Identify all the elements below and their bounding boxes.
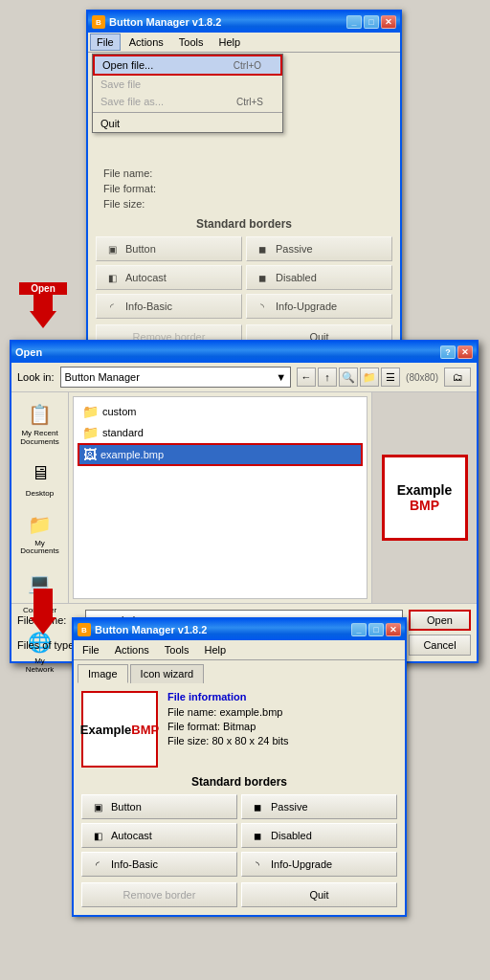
w2-menu-actions[interactable]: Actions <box>108 641 156 658</box>
image-preview: Example BMP <box>81 691 158 768</box>
btn-passive[interactable]: ◼ Passive <box>246 236 392 261</box>
w2-btn-info-basic[interactable]: ◜ Info-Basic <box>81 852 237 877</box>
file-info-heading: File information <box>167 691 397 702</box>
sidebar-desktop[interactable]: 🖥 Desktop <box>17 456 63 502</box>
folder-standard-label: standard <box>102 427 144 438</box>
window2-content: Example BMP File information File name: … <box>74 683 405 915</box>
sidebar-documents[interactable]: 📁 My Documents <box>17 506 63 562</box>
btn-button[interactable]: ▣ Button <box>96 236 242 261</box>
btn-info-basic[interactable]: ◜ Info-Basic <box>96 294 242 319</box>
file-name-label: File name: <box>103 167 152 179</box>
maximize-btn[interactable]: □ <box>364 15 379 29</box>
btn-disabled[interactable]: ◼ Disabled <box>246 265 392 290</box>
sidebar-recent[interactable]: 📋 My Recent Documents <box>17 396 63 452</box>
window2-title: Button Manager v1.8.2 <box>95 624 207 635</box>
w2-menu-file[interactable]: File <box>76 641 106 658</box>
arrow-head1 <box>30 311 56 328</box>
w2-btn-passive[interactable]: ◼ Passive <box>241 794 397 819</box>
menubar: File Actions Tools Help <box>88 33 400 53</box>
open-dialog-titlebar: Open ? ✕ <box>11 342 477 363</box>
cancel-btn[interactable]: Cancel <box>409 635 471 656</box>
open-dialog-title: Open <box>15 346 42 358</box>
w2-btn-button[interactable]: ▣ Button <box>81 794 237 819</box>
dialog-body: 📋 My Recent Documents 🖥 Desktop 📁 My Doc… <box>11 392 477 603</box>
w2-menu-help[interactable]: Help <box>198 641 234 658</box>
tab-icon-wizard[interactable]: Icon wizard <box>130 664 205 683</box>
window2: B Button Manager v1.8.2 _ □ ✕ File Actio… <box>72 617 407 917</box>
w2-info-upgrade-icon: ◝ <box>250 857 265 872</box>
preview-bmp: BMP <box>131 723 159 737</box>
menu-file[interactable]: File <box>90 33 121 51</box>
menu-quit[interactable]: Quit <box>93 115 282 132</box>
nav-search-btn[interactable]: 🔍 <box>339 368 358 387</box>
window2-titlebar: B Button Manager v1.8.2 _ □ ✕ <box>74 619 405 640</box>
window1-titlebar: B Button Manager v1.8.2 _ □ ✕ <box>88 11 400 33</box>
app-icon2: B <box>78 623 91 636</box>
w2-close-btn[interactable]: ✕ <box>386 623 401 636</box>
tab-image[interactable]: Image <box>78 664 128 683</box>
w2-disabled-icon: ◼ <box>250 828 265 843</box>
nav-back-btn[interactable]: ← <box>297 368 316 387</box>
file-example-bmp[interactable]: 🖼 example.bmp <box>78 443 363 466</box>
open-dialog: Open ? ✕ Look in: Button Manager ▼ ← ↑ 🔍… <box>10 340 479 663</box>
btn-info-upgrade[interactable]: ◝ Info-Upgrade <box>246 294 392 319</box>
close-btn[interactable]: ✕ <box>381 15 396 29</box>
menu-open-file[interactable]: Open file... Ctrl+O <box>93 55 282 76</box>
window2-menubar: File Actions Tools Help <box>74 640 405 660</box>
tab-bar: Image Icon wizard <box>74 660 405 683</box>
dialog-help-btn[interactable]: ? <box>440 345 456 359</box>
arrow-shaft2 <box>33 589 53 617</box>
nav-up-btn[interactable]: ↑ <box>318 368 337 387</box>
menu-tools[interactable]: Tools <box>172 33 211 51</box>
disabled-icon: ◼ <box>255 270 270 285</box>
filetype-label: Files of type: <box>17 639 79 651</box>
menu-actions[interactable]: Actions <box>122 33 170 51</box>
w2-btn-disabled[interactable]: ◼ Disabled <box>241 823 397 848</box>
dialog-preview: Example BMP <box>371 392 477 603</box>
w2-maximize-btn[interactable]: □ <box>368 623 384 636</box>
border-buttons-grid: ▣ Button ◼ Passive ◧ Autocast ◼ Disabled… <box>96 236 392 319</box>
size-info: (80x80) <box>406 372 438 383</box>
w2-btn-info-upgrade[interactable]: ◝ Info-Upgrade <box>241 852 397 877</box>
file-format-row: File format: Bitmap <box>167 721 397 732</box>
folder-standard[interactable]: 📁 standard <box>78 422 363 443</box>
w2-bottom-buttons: Remove border Quit <box>81 882 397 907</box>
file-name-row: File name: example.bmp <box>167 706 397 718</box>
look-in-combo[interactable]: Button Manager ▼ <box>60 367 292 388</box>
w2-btn-autocast[interactable]: ◧ Autocast <box>81 823 237 848</box>
btn-autocast[interactable]: ◧ Autocast <box>96 265 242 290</box>
menu-save-file-as: Save file as... Ctrl+S <box>93 93 282 110</box>
bmp-file-icon: 🖼 <box>83 447 97 462</box>
w2-menu-tools[interactable]: Tools <box>158 641 196 658</box>
info-upgrade-icon: ◝ <box>255 299 270 314</box>
folder-custom[interactable]: 📁 custom <box>78 401 363 422</box>
dialog-close-btn[interactable]: ✕ <box>457 345 473 359</box>
w2-border-buttons-grid: ▣ Button ◼ Passive ◧ Autocast ◼ Disabled… <box>81 794 397 877</box>
nav-extra-btn[interactable]: 🗂 <box>444 368 471 387</box>
w2-quit-btn[interactable]: Quit <box>241 882 397 907</box>
passive-icon: ◼ <box>255 241 270 256</box>
minimize-btn[interactable]: _ <box>346 15 362 29</box>
info-basic-icon: ◜ <box>104 299 120 314</box>
menu-separator <box>93 112 282 113</box>
dialog-toolbar: Look in: Button Manager ▼ ← ↑ 🔍 📁 ☰ (80x… <box>11 363 477 392</box>
file-menu-dropdown: Open file... Ctrl+O Save file Save file … <box>92 54 283 133</box>
menu-help[interactable]: Help <box>212 33 248 51</box>
open-btn[interactable]: Open <box>409 610 471 631</box>
w2-info-basic-icon: ◜ <box>90 857 105 872</box>
desktop-icon: 🖥 <box>27 460 54 487</box>
window1: B Button Manager v1.8.2 _ □ ✕ File Actio… <box>86 10 402 359</box>
nav-view-btn[interactable]: ☰ <box>381 368 400 387</box>
w2-remove-border-btn[interactable]: Remove border <box>81 882 237 907</box>
combo-arrow: ▼ <box>276 371 286 383</box>
nav-folder-btn[interactable]: 📁 <box>360 368 379 387</box>
format-label: File format: <box>103 183 156 194</box>
folder-standard-icon: 📁 <box>82 425 99 440</box>
open-label: Open <box>19 282 67 295</box>
menu-save-file: Save file <box>93 76 282 93</box>
file-area[interactable]: 📁 custom 📁 standard 🖼 example.bmp <box>73 396 368 599</box>
file-size-row: File size: 80 x 80 x 24 bits <box>167 735 397 746</box>
w2-minimize-btn[interactable]: _ <box>351 623 367 636</box>
recent-label: My Recent Documents <box>20 430 60 447</box>
folder-icon: 📁 <box>82 404 99 419</box>
